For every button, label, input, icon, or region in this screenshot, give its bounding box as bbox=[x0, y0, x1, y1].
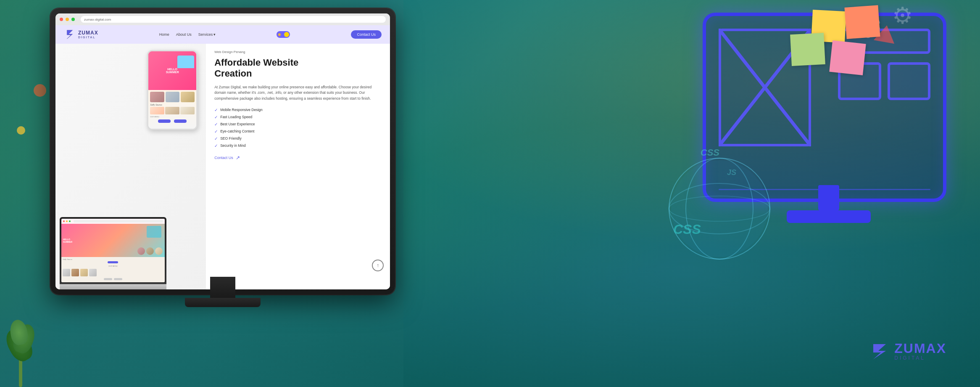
zumax-logo-bottom-right: ZUMAX DIGITAL bbox=[869, 341, 946, 362]
theme-toggle[interactable]: ☀️ bbox=[277, 31, 290, 38]
browser-url-bar: zumax-digital.com bbox=[81, 16, 386, 23]
zumax-text-group-br: ZUMAX DIGITAL bbox=[894, 342, 946, 361]
laptop-nav bbox=[61, 219, 165, 224]
heading-line1: Affordable Website bbox=[214, 57, 298, 68]
feature-1: ✓Mobile Responsive Design bbox=[214, 108, 382, 112]
monitor-stand-base bbox=[185, 298, 261, 307]
monitor-container: zumax-digital.com ZUMAX DIGITAL Home bbox=[50, 8, 395, 328]
feature-label-3: Best User Experience bbox=[220, 122, 255, 126]
check-icon-6: ✓ bbox=[214, 143, 218, 148]
laptop-screen-inner: HELLOSUMMER bbox=[61, 219, 165, 282]
feature-2: ✓Fast Loading Speed bbox=[214, 115, 382, 119]
illus-stand-base bbox=[787, 210, 871, 223]
logo-text-block: ZUMAX DIGITAL bbox=[78, 30, 98, 39]
laptop-content-row bbox=[63, 269, 163, 276]
feature-label-6: Security in Mind bbox=[220, 143, 245, 148]
check-icon-4: ✓ bbox=[214, 129, 218, 134]
gear-small-icon: ⚙ bbox=[892, 2, 913, 29]
laptop-hero-section: HELLOSUMMER bbox=[61, 224, 165, 257]
laptop-content-section: Saffy Saurus OUR MENU bbox=[61, 257, 165, 282]
browser-bar: zumax-digital.com bbox=[55, 13, 390, 25]
phone-body: Saffy Saurus OUR MENU bbox=[148, 90, 196, 125]
phone-content: HELLOSUMMER bbox=[148, 51, 196, 129]
feature-4: ✓Eye-catching Content bbox=[214, 129, 382, 134]
monitor-stand-neck bbox=[210, 277, 235, 298]
content-left: HELLOSUMMER bbox=[55, 44, 206, 289]
laptop-nav-yellow bbox=[66, 220, 68, 222]
phone-hero: HELLOSUMMER bbox=[148, 51, 196, 90]
illus-stand-neck bbox=[818, 185, 839, 210]
main-heading: Affordable Website Creation bbox=[214, 57, 382, 80]
globe-svg: CSS bbox=[661, 150, 778, 268]
logo-subtitle: DIGITAL bbox=[78, 36, 98, 39]
laptop-keyboard bbox=[60, 284, 166, 289]
illustration-monitor: CSS bbox=[703, 13, 955, 244]
feature-5: ✓SEO Friendly bbox=[214, 136, 382, 141]
sticky-note-orange bbox=[844, 5, 880, 39]
features-list: ✓Mobile Responsive Design ✓Fast Loading … bbox=[214, 108, 382, 148]
nav-about[interactable]: About Us bbox=[176, 32, 192, 37]
right-panel: ⚙ ⚙ bbox=[400, 0, 980, 387]
contact-link-arrow-icon: ↗ bbox=[236, 155, 240, 161]
zumax-sub-br: DIGITAL bbox=[894, 355, 946, 361]
browser-minimize-dot bbox=[66, 18, 69, 21]
feature-label-5: SEO Friendly bbox=[220, 136, 242, 140]
browser-close-dot bbox=[60, 18, 63, 21]
scroll-up-button[interactable]: ↑ bbox=[372, 260, 384, 271]
toggle-knob bbox=[284, 32, 289, 37]
device-mockup: HELLOSUMMER bbox=[60, 48, 202, 289]
sticky-note-green bbox=[790, 33, 825, 66]
laptop-nav-red bbox=[63, 220, 65, 222]
laptop-screen: HELLOSUMMER bbox=[60, 217, 166, 284]
laptop-thumb-1 bbox=[63, 269, 70, 276]
laptop-thumb-2 bbox=[71, 269, 79, 276]
contact-link[interactable]: Contact Us ↗ bbox=[214, 155, 382, 161]
check-icon-1: ✓ bbox=[214, 108, 218, 112]
feature-3: ✓Best User Experience bbox=[214, 122, 382, 127]
contact-link-text: Contact Us bbox=[214, 156, 233, 160]
laptop-hero-text: HELLOSUMMER bbox=[63, 238, 72, 243]
laptop-thumb-3 bbox=[80, 269, 88, 276]
logo-area: ZUMAX DIGITAL bbox=[64, 29, 98, 40]
heading-line2: Creation bbox=[214, 68, 252, 79]
laptop-thumb-4 bbox=[89, 269, 97, 276]
sticky-note-pink bbox=[829, 40, 866, 75]
laptop-mockup: HELLOSUMMER bbox=[60, 217, 166, 289]
web-design-label: Web Design Penang bbox=[214, 50, 382, 54]
check-icon-5: ✓ bbox=[214, 136, 218, 141]
url-text: zumax-digital.com bbox=[84, 18, 111, 21]
website-content: HELLOSUMMER bbox=[55, 44, 390, 289]
zumax-logo-icon-br bbox=[869, 341, 890, 362]
monitor-frame: zumax-digital.com ZUMAX DIGITAL Home bbox=[50, 8, 395, 294]
feature-label-1: Mobile Responsive Design bbox=[220, 108, 263, 112]
svg-point-6 bbox=[671, 160, 768, 257]
illus-rect-small-2 bbox=[888, 62, 931, 100]
check-icon-3: ✓ bbox=[214, 122, 218, 127]
description-text: At Zumax Digital, we make building your … bbox=[214, 85, 382, 102]
nav-home[interactable]: Home bbox=[159, 32, 169, 37]
laptop-nav-green bbox=[69, 220, 71, 222]
content-right: Web Design Penang Affordable Website Cre… bbox=[206, 44, 390, 289]
phone-hero-text: HELLOSUMMER bbox=[166, 68, 179, 74]
contact-button[interactable]: Contact Us bbox=[351, 30, 382, 39]
feature-6: ✓Security in Mind bbox=[214, 143, 382, 148]
globe-container: CSS bbox=[661, 150, 778, 269]
logo-name: ZUMAX bbox=[78, 30, 98, 36]
phone-mockup: HELLOSUMMER bbox=[147, 50, 198, 130]
logo-icon bbox=[64, 29, 76, 40]
check-icon-2: ✓ bbox=[214, 115, 218, 119]
svg-text:CSS: CSS bbox=[673, 222, 701, 237]
browser-expand-dot bbox=[71, 18, 75, 21]
nav-services[interactable]: Services ▾ bbox=[198, 32, 216, 37]
monitor-screen: zumax-digital.com ZUMAX DIGITAL Home bbox=[55, 13, 390, 289]
feature-label-4: Eye-catching Content bbox=[220, 129, 254, 133]
zumax-name-br: ZUMAX bbox=[894, 342, 946, 355]
website-header: ZUMAX DIGITAL Home About Us Services ▾ ☀… bbox=[55, 25, 390, 44]
feature-label-2: Fast Loading Speed bbox=[220, 115, 252, 119]
nav-links: Home About Us Services ▾ bbox=[159, 32, 216, 37]
